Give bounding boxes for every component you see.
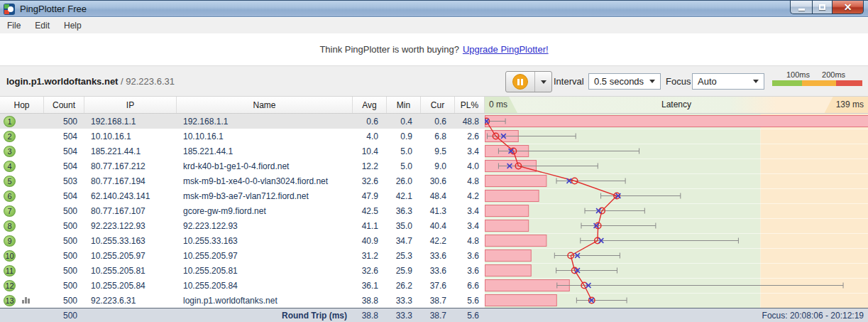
focus-value: Auto — [698, 76, 717, 87]
hop-cell: 3 — [0, 144, 44, 159]
name-cell: 10.255.33.163 — [177, 233, 353, 248]
pl-cell: 3.4 — [455, 218, 485, 233]
close-button[interactable]: ✕ — [833, 1, 864, 14]
avg-cell: 4.0 — [353, 129, 387, 144]
name-cell: 10.255.205.81 — [177, 263, 353, 278]
pause-button[interactable] — [506, 72, 535, 92]
hop-cell: 9 — [0, 233, 44, 248]
name-cell: krd-k40-b1-ge1-0-4.fiord.net — [177, 159, 353, 173]
hop-number-badge: 9 — [4, 235, 16, 247]
min-cell: 25.3 — [387, 248, 421, 263]
pause-icon — [512, 74, 528, 90]
legend-segment-2 — [836, 80, 862, 86]
timeline-graph-icon[interactable] — [22, 297, 30, 304]
count-cell: 500 — [44, 114, 84, 129]
cur-cell: 38.7 — [421, 293, 455, 308]
minimize-button[interactable] — [790, 1, 812, 14]
hop-number-badge: 8 — [4, 220, 16, 232]
restore-button[interactable] — [812, 1, 833, 14]
hop-number-badge: 13 — [4, 295, 16, 306]
hop-number-badge: 12 — [4, 280, 16, 291]
ip-cell: 92.223.122.93 — [84, 218, 177, 233]
hop-number-badge: 2 — [4, 131, 16, 142]
cur-cell: 48.4 — [421, 188, 455, 203]
menu-item-edit[interactable]: Edit — [28, 18, 57, 33]
name-cell: 10.255.205.97 — [177, 248, 353, 263]
count-cell: 500 — [44, 263, 84, 278]
pl-cell: 3.6 — [455, 248, 485, 263]
name-cell: msk-m9-b1-xe4-0-0-vlan3024.fiord.net — [177, 173, 353, 188]
target-ip: / 92.223.6.31 — [118, 76, 175, 87]
trace-target: login.p1.worldoftanks.net / 92.223.6.31 — [6, 76, 175, 87]
hop-number-badge: 11 — [4, 265, 16, 277]
interval-select[interactable]: 0.5 seconds — [588, 73, 661, 90]
target-host: login.p1.worldoftanks.net — [6, 76, 118, 87]
column-header-ip[interactable]: IP — [84, 97, 177, 113]
hop-cell: 1 — [0, 114, 44, 129]
close-icon: ✕ — [844, 2, 852, 12]
menu-item-file[interactable]: File — [0, 18, 28, 33]
menu-item-help[interactable]: Help — [57, 18, 89, 33]
column-header-min[interactable]: Min — [387, 97, 421, 113]
hop-cell: 13 — [0, 293, 44, 308]
count-cell: 500 — [44, 218, 84, 233]
hop-cell: 12 — [0, 278, 44, 293]
table-header: HopCountIPNameAvgMinCurPL% 0 ms Latency … — [0, 97, 868, 114]
pause-split-button[interactable] — [505, 71, 552, 92]
title-bar[interactable]: PingPlotter Free ✕ — [0, 0, 868, 17]
interval-value: 0.5 seconds — [594, 76, 644, 87]
hop-cell: 6 — [0, 188, 44, 203]
avg-cell: 40.9 — [353, 233, 387, 248]
ip-cell: 185.221.44.1 — [84, 144, 177, 159]
pause-dropdown-button[interactable] — [535, 72, 551, 92]
avg-cell: 47.9 — [353, 188, 387, 203]
latency-column-header[interactable]: 0 ms Latency 139 ms — [485, 97, 868, 113]
cur-cell: 42.2 — [421, 233, 455, 248]
column-header-count[interactable]: Count — [44, 97, 84, 113]
round-trip-label: Round Trip (ms) — [177, 308, 353, 322]
upgrade-link[interactable]: Upgrade PingPlotter! — [463, 44, 549, 55]
column-header-name[interactable]: Name — [177, 97, 353, 113]
ip-cell: 92.223.6.31 — [84, 293, 177, 308]
column-header-hop[interactable]: Hop — [0, 97, 44, 113]
pl-cell: 3.4 — [455, 144, 485, 159]
ip-cell: 10.10.16.1 — [84, 129, 177, 144]
ip-cell: 80.77.167.194 — [84, 173, 177, 188]
count-cell: 504 — [44, 144, 84, 159]
focus-time-range: Focus: 20:08:06 - 20:12:19 — [485, 308, 868, 322]
name-cell: gcore-gw-m9.fiord.net — [177, 203, 353, 218]
cur-cell: 30.6 — [421, 173, 455, 188]
ip-cell: 10.255.205.84 — [84, 278, 177, 293]
count-cell: 500 — [44, 233, 84, 248]
ip-cell: 62.140.243.141 — [84, 188, 177, 203]
cur-cell: 40.4 — [421, 218, 455, 233]
count-cell: 503 — [44, 173, 84, 188]
count-cell: 500 — [44, 278, 84, 293]
summary-count: 500 — [44, 308, 84, 322]
count-cell: 500 — [44, 203, 84, 218]
chevron-down-icon — [649, 80, 655, 83]
min-cell: 0.4 — [387, 114, 421, 129]
hop-number-badge: 6 — [4, 190, 16, 202]
hop-cell: 10 — [0, 248, 44, 263]
focus-select[interactable]: Auto — [692, 73, 764, 90]
chevron-down-icon — [753, 80, 759, 83]
name-cell: 185.221.44.1 — [177, 144, 353, 159]
legend-100ms-label: 100ms — [786, 70, 810, 79]
upgrade-banner-text: Think PingPlotter is worth buying? — [319, 44, 459, 55]
pl-cell: 48.8 — [455, 114, 485, 129]
count-cell: 500 — [44, 248, 84, 263]
avg-cell: 36.1 — [353, 278, 387, 293]
min-cell: 5.0 — [387, 144, 421, 159]
avg-cell: 0.6 — [353, 114, 387, 129]
column-header-pl[interactable]: PL% — [455, 97, 485, 113]
interval-label: Interval — [554, 76, 584, 87]
pl-cell: 4.8 — [455, 233, 485, 248]
min-cell: 35.0 — [387, 218, 421, 233]
latency-color-legend: 100ms 200ms — [772, 70, 862, 86]
column-header-cur[interactable]: Cur — [421, 97, 455, 113]
column-header-avg[interactable]: Avg — [353, 97, 387, 113]
pl-cell: 6.6 — [455, 278, 485, 293]
cur-cell: 9.5 — [421, 144, 455, 159]
minimize-icon — [798, 9, 805, 11]
